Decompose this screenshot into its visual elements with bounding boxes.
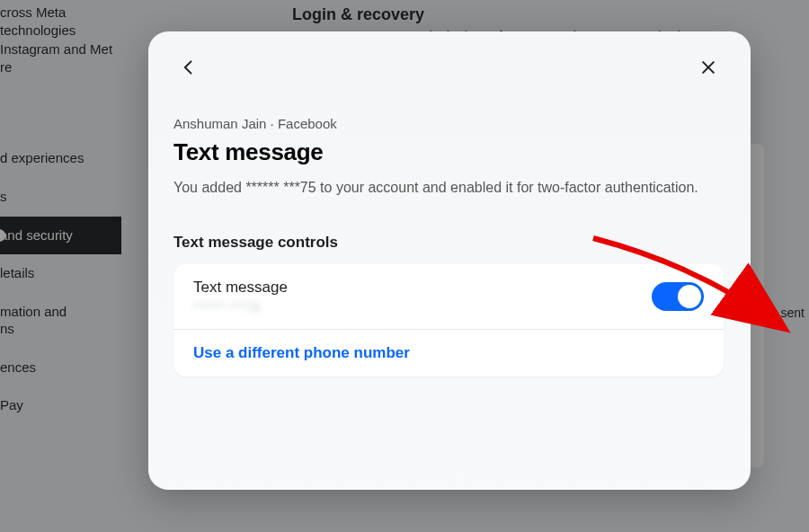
row-texts: Text message ****** ***75 xyxy=(193,279,288,315)
row-title: Text message xyxy=(193,279,288,297)
modal-title: Text message xyxy=(173,138,724,166)
modal-header xyxy=(173,49,724,85)
modal-description: You added ****** ***75 to your account a… xyxy=(173,177,704,198)
close-button[interactable] xyxy=(693,52,724,83)
controls-section-label: Text message controls xyxy=(173,234,724,252)
use-different-number-link[interactable]: Use a different phone number xyxy=(193,344,410,362)
close-icon xyxy=(699,58,717,76)
text-message-modal: Anshuman Jain · Facebook Text message Yo… xyxy=(148,31,751,490)
chevron-left-icon xyxy=(180,58,198,76)
text-message-toggle[interactable] xyxy=(652,282,704,311)
row-subtitle-masked: ****** ***75 xyxy=(193,300,288,315)
use-different-number-row[interactable]: Use a different phone number xyxy=(173,329,724,377)
back-button[interactable] xyxy=(173,52,204,83)
toggle-knob xyxy=(678,285,701,308)
controls-card: Text message ****** ***75 Use a differen… xyxy=(173,264,724,377)
breadcrumb: Anshuman Jain · Facebook xyxy=(173,116,724,131)
app-root: cross Meta technologies Instagram and Me… xyxy=(0,0,809,532)
text-message-row: Text message ****** ***75 xyxy=(173,264,724,329)
